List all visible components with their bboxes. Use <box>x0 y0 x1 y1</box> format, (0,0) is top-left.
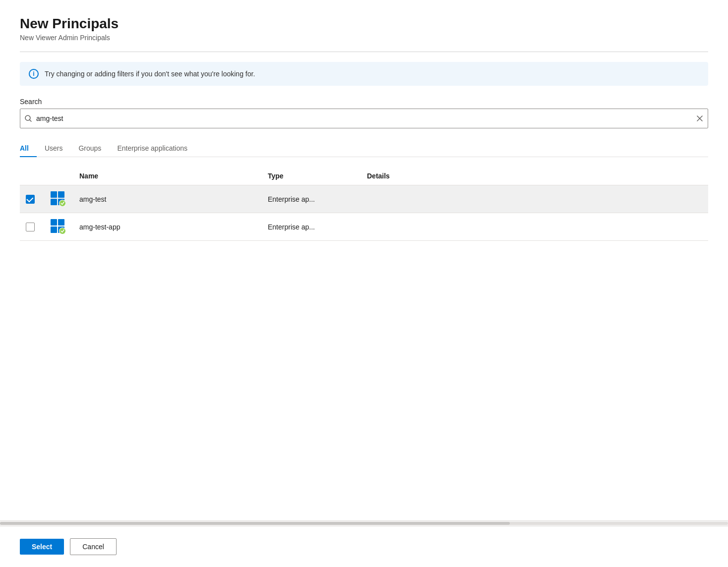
col-select <box>20 167 44 185</box>
row-1-type: Enterprise ap... <box>262 185 361 213</box>
scrollbar-thumb <box>0 522 510 525</box>
row-1-checkbox[interactable] <box>26 195 35 204</box>
row-icon-cell <box>44 185 73 213</box>
principals-table: Name Type Details <box>20 167 708 241</box>
tabs-container: All Users Groups Enterprise applications <box>20 140 708 157</box>
footer: Select Cancel <box>0 526 728 567</box>
col-icon <box>44 167 73 185</box>
table-row: amg-test-app Enterprise ap... <box>20 213 708 241</box>
row-2-name: amg-test-app <box>73 213 262 241</box>
tab-enterprise-applications[interactable]: Enterprise applications <box>109 140 195 157</box>
row-1-details <box>361 185 708 213</box>
enterprise-app-icon <box>50 190 65 206</box>
page-title: New Principals <box>20 16 708 32</box>
svg-rect-4 <box>51 191 57 198</box>
tab-all[interactable]: All <box>20 140 37 157</box>
table-header-row: Name Type Details <box>20 167 708 185</box>
tab-groups[interactable]: Groups <box>70 140 109 157</box>
table-row: amg-test Enterprise ap... <box>20 185 708 213</box>
page-subtitle: New Viewer Admin Principals <box>20 34 708 42</box>
svg-line-1 <box>30 120 32 122</box>
search-label: Search <box>20 98 708 106</box>
row-icon-cell <box>44 213 73 241</box>
row-1-name: amg-test <box>73 185 262 213</box>
row-checkbox-cell <box>20 185 44 213</box>
select-button[interactable]: Select <box>20 539 64 555</box>
tab-users[interactable]: Users <box>37 140 71 157</box>
divider <box>20 52 708 52</box>
table-container: Name Type Details <box>20 167 708 510</box>
svg-rect-6 <box>51 199 57 205</box>
search-icon <box>24 114 32 122</box>
clear-icon[interactable] <box>696 114 704 122</box>
horizontal-scrollbar[interactable] <box>0 520 728 526</box>
col-details: Details <box>361 167 708 185</box>
svg-point-9 <box>60 200 65 206</box>
cancel-button[interactable]: Cancel <box>70 538 117 555</box>
svg-point-15 <box>60 228 65 234</box>
search-input-wrapper <box>20 109 708 128</box>
svg-rect-10 <box>51 219 57 226</box>
info-icon: i <box>29 69 39 79</box>
row-checkbox-cell <box>20 213 44 241</box>
svg-rect-12 <box>51 227 57 233</box>
svg-rect-11 <box>58 219 64 226</box>
svg-rect-5 <box>58 191 64 198</box>
row-2-details <box>361 213 708 241</box>
search-container <box>20 109 708 128</box>
search-input[interactable] <box>36 114 696 122</box>
enterprise-app-icon <box>50 218 65 234</box>
col-type: Type <box>262 167 361 185</box>
info-banner-text: Try changing or adding filters if you do… <box>45 70 255 78</box>
info-banner: i Try changing or adding filters if you … <box>20 62 708 86</box>
row-2-checkbox[interactable] <box>26 223 35 231</box>
col-name: Name <box>73 167 262 185</box>
scrollbar-track <box>0 522 728 525</box>
row-2-type: Enterprise ap... <box>262 213 361 241</box>
